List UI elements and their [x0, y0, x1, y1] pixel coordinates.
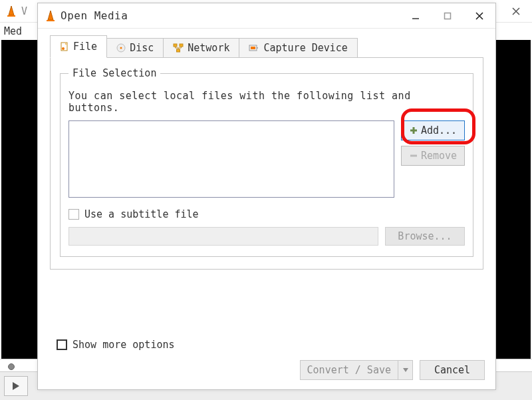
add-file-button[interactable]: Add... — [401, 120, 465, 140]
capture-icon — [249, 43, 259, 53]
show-more-label: Show more options — [72, 339, 175, 351]
dialog-maximize-button[interactable] — [432, 3, 464, 29]
tab-file[interactable]: File — [50, 35, 107, 58]
subtitle-path-field — [68, 227, 378, 246]
dialog-title: Open Media — [61, 9, 128, 22]
file-tab-page: File Selection You can select local file… — [50, 58, 483, 270]
svg-marker-2 — [13, 382, 19, 390]
browse-button-label: Browse... — [398, 230, 452, 242]
svg-marker-18 — [403, 368, 408, 372]
svg-rect-13 — [180, 44, 183, 47]
browse-subtitle-button[interactable]: Browse... — [385, 227, 465, 246]
main-title: V — [21, 5, 27, 17]
show-more-options[interactable]: Show more options — [57, 339, 175, 351]
disc-icon — [116, 43, 126, 53]
open-media-tabs: File Disc Network Capture Device — [50, 35, 483, 58]
tab-capture-label: Capture Device — [263, 42, 347, 54]
file-selection-legend: File Selection — [68, 67, 160, 79]
tab-file-label: File — [73, 41, 97, 53]
file-icon — [60, 42, 69, 51]
network-icon — [173, 43, 184, 53]
convert-save-label: Convert / Save — [307, 364, 391, 376]
menu-media[interactable]: Med — [4, 25, 22, 37]
convert-save-dropdown[interactable] — [398, 360, 413, 380]
main-close-button[interactable] — [500, 0, 532, 23]
dialog-minimize-button[interactable] — [400, 3, 432, 29]
tab-capture[interactable]: Capture Device — [239, 38, 357, 58]
svg-point-9 — [62, 47, 65, 50]
open-media-dialog: Open Media File — [37, 3, 496, 390]
tab-network[interactable]: Network — [163, 38, 239, 58]
vlc-cone-icon — [45, 10, 57, 22]
file-selection-group: File Selection You can select local file… — [60, 67, 473, 257]
tab-disc[interactable]: Disc — [106, 38, 164, 58]
vlc-cone-icon — [5, 5, 17, 17]
svg-rect-12 — [174, 44, 177, 47]
dialog-close-button[interactable] — [464, 3, 495, 29]
svg-rect-4 — [47, 20, 55, 21]
svg-rect-14 — [177, 49, 180, 52]
svg-rect-16 — [251, 47, 255, 49]
remove-file-button[interactable]: Remove — [401, 146, 465, 166]
svg-rect-6 — [445, 13, 451, 19]
subtitle-checkbox[interactable] — [68, 209, 79, 220]
play-button[interactable] — [4, 376, 28, 396]
remove-button-label: Remove — [421, 150, 457, 162]
show-more-checkbox[interactable] — [57, 339, 67, 350]
convert-save-button[interactable]: Convert / Save — [300, 360, 413, 380]
svg-point-17 — [257, 47, 258, 49]
file-list[interactable] — [68, 120, 394, 198]
dialog-titlebar: Open Media — [38, 3, 495, 29]
svg-point-11 — [120, 47, 122, 49]
svg-marker-3 — [48, 11, 53, 20]
svg-rect-1 — [7, 15, 15, 17]
cancel-button[interactable]: Cancel — [420, 360, 485, 380]
minus-icon — [409, 151, 418, 160]
svg-marker-0 — [9, 6, 14, 15]
tab-network-label: Network — [188, 42, 229, 54]
add-button-label: Add... — [421, 124, 457, 136]
tab-disc-label: Disc — [130, 42, 154, 54]
cancel-label: Cancel — [434, 364, 470, 376]
plus-icon — [409, 126, 418, 135]
subtitle-checkbox-label: Use a subtitle file — [84, 208, 199, 220]
file-selection-help: You can select local files with the foll… — [68, 90, 465, 114]
